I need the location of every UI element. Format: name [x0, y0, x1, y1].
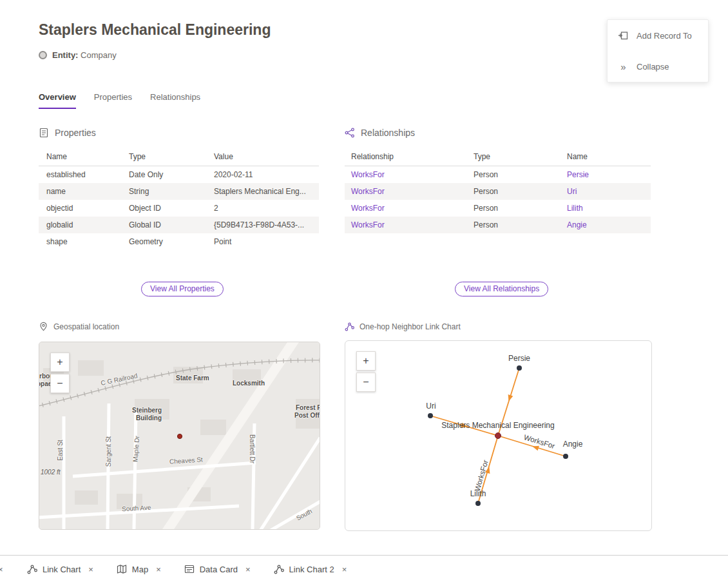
link-chart-icon	[27, 564, 37, 574]
node-uri[interactable]	[428, 413, 433, 418]
table-row: WorksFor Person Angie	[345, 217, 651, 233]
map-pin-icon	[39, 322, 49, 332]
close-icon[interactable]: ×	[245, 565, 251, 574]
entity-row: Entity: Company	[39, 50, 117, 60]
bottom-tab-link-chart[interactable]: Link Chart ×	[27, 564, 93, 574]
entity-link[interactable]: Lilith	[567, 204, 583, 213]
close-icon[interactable]: ×	[88, 565, 93, 574]
edge-label: WorksFor	[523, 433, 556, 450]
table-header: Name Type Value	[39, 148, 319, 166]
map-label: East St	[57, 440, 64, 460]
add-record-icon	[618, 30, 628, 41]
card-tabs: Overview Properties Relationships	[39, 92, 200, 109]
section-title: Geospatial location	[53, 322, 119, 331]
link-chart-canvas[interactable]: WorksFor WorksFor Persie Uri Angie Lilit…	[345, 340, 652, 531]
map-label: Bartlett Dr	[249, 434, 256, 463]
map-zoom-controls: + −	[50, 353, 70, 393]
map-icon	[117, 564, 127, 574]
relationships-table: Relationship Type Name WorksFor Person P…	[345, 148, 651, 233]
tab-relationships[interactable]: Relationships	[150, 92, 200, 109]
bottom-tab-data-card[interactable]: Data Card ×	[184, 564, 251, 574]
close-icon[interactable]: ×	[342, 565, 347, 574]
link-chart-section-header: One-hop Neighbor Link Chart	[345, 322, 461, 332]
link-chart-zoom-controls: + −	[356, 351, 376, 392]
column-header: Relationship	[345, 152, 474, 161]
node-label: Persie	[508, 354, 530, 363]
entity-label: Entity:	[52, 50, 78, 60]
view-all-properties-button[interactable]: View All Properties	[141, 282, 224, 296]
relationships-icon	[345, 128, 355, 138]
data-card-page: Staplers Mechanical Engineering Entity: …	[0, 0, 728, 582]
map-label: State Farm	[176, 374, 209, 382]
entity-link[interactable]: Persie	[567, 170, 589, 179]
table-row: WorksFor Person Lilith	[345, 200, 651, 217]
map-canvas[interactable]: rbour opaedics C G Railroad State Farm L…	[39, 342, 320, 530]
section-title: Properties	[55, 128, 96, 138]
link-chart-graph: WorksFor WorksFor Persie Uri Angie Lilit…	[345, 341, 651, 530]
geospatial-section-header: Geospatial location	[39, 322, 119, 332]
properties-icon	[39, 128, 49, 138]
map-label: Locksmith	[233, 380, 265, 387]
entity-type-dot	[39, 51, 47, 59]
relationship-link[interactable]: WorksFor	[351, 220, 385, 229]
node-angie[interactable]	[563, 454, 568, 459]
column-header: Type	[474, 152, 567, 161]
table-header: Relationship Type Name	[345, 148, 651, 166]
table-row: name String Staplers Mechanical Eng...	[39, 183, 319, 200]
section-title: Relationships	[361, 128, 415, 138]
column-header: Type	[129, 152, 214, 161]
zoom-in-button[interactable]: +	[356, 351, 376, 371]
data-card-icon	[184, 564, 195, 574]
map-label: Post Offic	[294, 412, 320, 419]
entity-link[interactable]: Angie	[567, 220, 587, 229]
zoom-in-button[interactable]: +	[50, 353, 70, 372]
zoom-out-button[interactable]: −	[356, 373, 376, 392]
menu-item-collapse[interactable]: » Collapse	[608, 51, 708, 82]
relationship-link[interactable]: WorksFor	[351, 204, 385, 213]
menu-item-add-record-to[interactable]: Add Record To	[608, 20, 708, 51]
tab-label: Data Card	[200, 565, 238, 574]
node-label: Lilith	[470, 489, 486, 498]
close-icon[interactable]: ×	[156, 565, 161, 574]
map-label: Building	[136, 414, 162, 422]
relationship-link[interactable]: WorksFor	[351, 187, 385, 196]
map-basemap	[39, 342, 320, 529]
tab-properties[interactable]: Properties	[94, 92, 132, 109]
link-chart-icon	[274, 564, 284, 574]
column-header: Value	[214, 152, 319, 161]
view-all-relationships-button[interactable]: View All Relationships	[455, 282, 548, 296]
table-row: shape Geometry Point	[39, 233, 319, 250]
node-center[interactable]	[495, 433, 501, 439]
bottom-tab-link-chart-2[interactable]: Link Chart 2 ×	[274, 564, 347, 574]
collapse-icon: »	[618, 61, 628, 72]
context-menu: Add Record To » Collapse	[607, 19, 709, 82]
node-persie[interactable]	[517, 365, 522, 371]
map-scale-label: 1002 ft	[41, 469, 61, 476]
entity-link[interactable]: Uri	[567, 187, 577, 196]
table-row: WorksFor Person Uri	[345, 183, 651, 200]
tab-label: Link Chart 2	[289, 565, 334, 574]
location-marker	[177, 434, 182, 438]
relationships-section-header: Relationships	[345, 128, 415, 138]
tab-label: Map	[132, 565, 148, 574]
map-label: Forest Par	[296, 404, 320, 411]
node-lilith[interactable]	[475, 501, 481, 506]
table-row: WorksFor Person Persie	[345, 166, 651, 183]
map-label: Sargent St	[105, 436, 112, 467]
zoom-out-button[interactable]: −	[50, 374, 70, 393]
relationship-link[interactable]: WorksFor	[351, 170, 385, 179]
center-node-label: Staplers Mechanical Engineering	[441, 421, 554, 430]
column-header: Name	[567, 152, 651, 161]
bottom-tab-map[interactable]: Map ×	[117, 564, 161, 574]
page-title: Staplers Mechanical Engineering	[39, 21, 271, 39]
entity-value: Company	[81, 50, 117, 60]
table-row: objectid Object ID 2	[39, 200, 319, 217]
tab-overview[interactable]: Overview	[39, 92, 76, 109]
properties-table: Name Type Value established Date Only 20…	[39, 148, 319, 250]
table-row: globalid Global ID {5D9B4713-F98D-4A53-.…	[39, 217, 319, 233]
column-header: Name	[39, 152, 129, 161]
clipped-tab-close-button[interactable]: ×	[0, 565, 7, 574]
node-label: Uri	[426, 402, 436, 411]
link-chart-icon	[345, 322, 355, 332]
bottom-tab-bar: × Link Chart × Map ×	[0, 555, 728, 582]
